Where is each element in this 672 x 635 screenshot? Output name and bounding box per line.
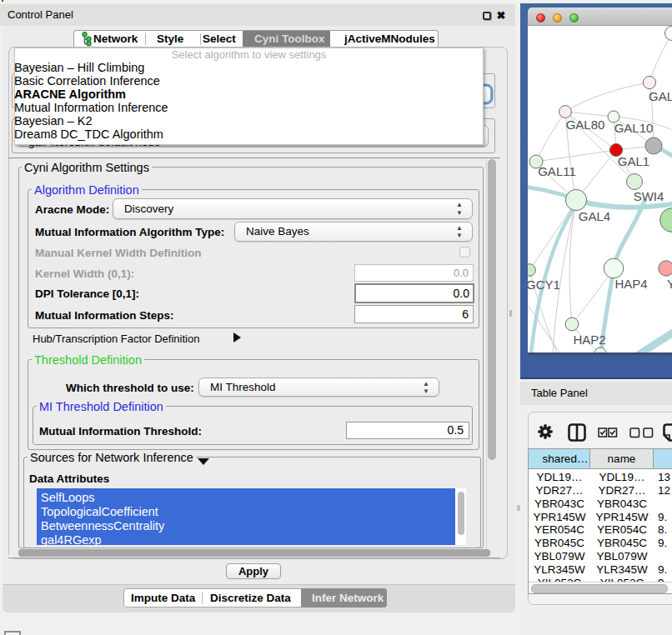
svg-text:GAL2: GAL2 [649,89,672,103]
svg-text:SWI4: SWI4 [634,189,664,203]
svg-text:GCY1: GCY1 [528,278,560,292]
svg-text:GAL11: GAL11 [538,164,576,178]
svg-text:GAL80: GAL80 [566,118,605,132]
svg-text:HAP2: HAP2 [573,332,605,347]
svg-text:YJ: YJ [667,277,672,291]
svg-text:GAL1: GAL1 [618,154,649,168]
svg-text:GAL10: GAL10 [614,121,654,135]
svg-text:HAP4: HAP4 [614,277,647,291]
svg-text:GAL4: GAL4 [579,209,610,223]
